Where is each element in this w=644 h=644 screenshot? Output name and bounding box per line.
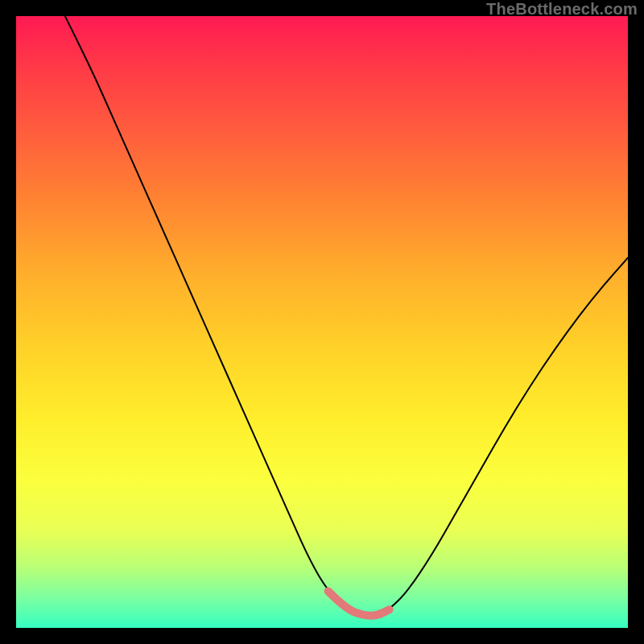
curve-line <box>65 16 628 616</box>
plot-area <box>16 16 628 628</box>
chart-frame: TheBottleneck.com <box>0 0 644 644</box>
curve-bottom-highlight <box>328 591 390 615</box>
bottleneck-curve <box>16 16 628 628</box>
watermark-text: TheBottleneck.com <box>486 0 638 19</box>
